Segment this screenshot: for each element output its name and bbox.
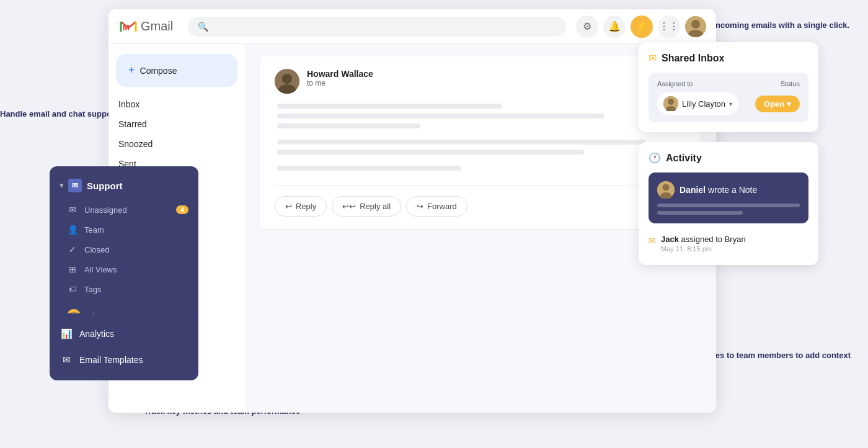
notifications-icon-btn[interactable]: 🔔	[603, 16, 626, 38]
reply-button[interactable]: ↩ Reply	[275, 196, 327, 217]
support-inbox-icon: ✉	[68, 179, 82, 192]
sender-info: Howard Wallace to me	[307, 69, 686, 87]
settings-icon: ⚙	[583, 20, 591, 32]
apps-grid-icon: ⋮⋮	[659, 20, 679, 32]
search-icon: 🔍	[198, 22, 208, 32]
support-item-team[interactable]: 👤 Team	[50, 220, 198, 240]
status-button[interactable]: Open ▾	[755, 96, 800, 112]
email-line-3	[277, 123, 420, 128]
note-text: Daniel wrote a Note	[680, 185, 757, 195]
shared-inbox-title-row: ✉ Shared Inbox	[649, 52, 808, 64]
note-bubble: Daniel wrote a Note	[649, 172, 808, 223]
support-item-tags[interactable]: 🏷 Tags	[50, 279, 198, 299]
sender-avatar	[275, 69, 299, 94]
email-line-6	[277, 166, 461, 171]
email-line-4	[277, 140, 645, 145]
activity-time: May 11, 8:15 pm	[661, 245, 746, 253]
svg-text:M: M	[123, 23, 130, 32]
note-author-avatar-img	[657, 181, 675, 199]
team-icon: 👤	[67, 225, 78, 235]
support-chevron-icon: ▾	[60, 181, 63, 190]
activity-assign-info: Jack assigned to Bryan May 11, 8:15 pm	[661, 235, 746, 253]
email-templates-icon: ✉	[60, 353, 73, 367]
support-label: Support	[87, 181, 123, 191]
note-author-avatar	[657, 181, 675, 199]
status-label-text: Open	[764, 99, 784, 109]
support-item-unassigned[interactable]: ✉ Unassigned 4	[50, 200, 198, 220]
gmail-title-text: Gmail	[141, 19, 173, 34]
svg-point-12	[663, 184, 670, 191]
activity-title: Activity	[666, 153, 702, 164]
activity-envelope-icon: ✉	[649, 236, 656, 246]
all-views-icon: ⊞	[67, 264, 78, 274]
compose-label: Compose	[140, 66, 177, 76]
shared-inbox-card: ✉ Shared Inbox Assigned to Status L	[639, 42, 818, 132]
reply-all-button[interactable]: ↩↩ Reply all	[332, 196, 401, 217]
assign-row: Assigned to Status Lilly Clayton ▾	[649, 73, 808, 122]
email-thread: Howard Wallace to me ↩	[260, 56, 701, 229]
assign-labels: Assigned to Status	[657, 80, 800, 87]
email-line-2	[277, 114, 604, 119]
header-icons: ⚙ 🔔 ⚡ ⋮⋮	[576, 16, 706, 38]
lightning-icon-btn[interactable]: ⚡	[631, 16, 653, 38]
email-actions: ↩ Reply ↩↩ Reply all ↪ Forward	[275, 186, 686, 217]
settings-icon-btn[interactable]: ⚙	[576, 16, 598, 38]
email-line-1	[277, 104, 502, 109]
svg-point-6	[282, 74, 292, 84]
activity-card: 🕐 Activity Daniel wrote a Note	[639, 142, 818, 265]
sidebar-item-snoozed[interactable]: Snoozed	[108, 134, 235, 154]
analytics-icon: 📊	[60, 327, 73, 341]
gmail-search-bar[interactable]: 🔍	[188, 17, 566, 37]
forward-icon: ↪	[417, 202, 423, 211]
bell-icon: 🔔	[608, 20, 621, 32]
unassigned-icon: ✉	[67, 205, 78, 215]
status-label: Status	[781, 80, 800, 87]
gmail-logo-icon: M	[118, 17, 138, 37]
analytics-item[interactable]: 📊 Analytics	[50, 321, 198, 347]
svg-point-3	[691, 20, 700, 29]
support-item-all-views[interactable]: ⊞ All Views	[50, 259, 198, 279]
note-author-row: Daniel wrote a Note	[657, 181, 800, 199]
unassigned-badge: 4	[176, 205, 188, 214]
gmail-header: M Gmail 🔍 ⚙ 🔔 ⚡ ⋮⋮	[108, 9, 716, 44]
email-line-5	[277, 150, 584, 155]
tags-icon: 🏷	[67, 284, 78, 294]
compose-button[interactable]: + Compose	[116, 54, 237, 87]
support-header[interactable]: ▾ ✉ Support	[50, 176, 198, 200]
sidebar-item-starred[interactable]: Starred	[108, 114, 235, 134]
status-chevron-icon: ▾	[787, 99, 791, 109]
assign-controls: Lilly Clayton ▾ Open ▾	[657, 92, 800, 115]
compose-plus-icon: +	[128, 64, 135, 77]
forward-button[interactable]: ↪ Forward	[406, 196, 467, 217]
assignee-name: Lilly Clayton	[682, 99, 725, 109]
assignee-avatar-img	[663, 96, 678, 111]
activity-icon: 🕐	[649, 152, 661, 164]
email-templates-item[interactable]: ✉ Email Templates	[50, 347, 198, 373]
gmail-window: M Gmail 🔍 ⚙ 🔔 ⚡ ⋮⋮	[108, 9, 716, 413]
email-body-placeholder	[275, 104, 686, 171]
shared-inbox-icon: ✉	[649, 52, 657, 64]
reply-icon: ↩	[285, 202, 292, 211]
note-line-2	[657, 211, 743, 215]
apps-icon-btn[interactable]: ⋮⋮	[658, 16, 680, 38]
support-sidebar: ▾ ✉ Support ✉ Unassigned 4 👤 Team ✓ Clos…	[50, 166, 198, 335]
assignee-chevron-icon: ▾	[729, 101, 732, 107]
note-line-1	[657, 204, 800, 207]
closed-icon: ✓	[67, 244, 78, 254]
user-avatar-img	[685, 16, 706, 37]
right-panel: ✉ Shared Inbox Assigned to Status L	[639, 42, 818, 265]
shared-inbox-title: Shared Inbox	[662, 53, 724, 64]
sender-name: Howard Wallace	[307, 69, 686, 79]
sidebar-item-inbox[interactable]: Inbox	[108, 94, 235, 114]
svg-point-9	[668, 99, 674, 105]
user-avatar[interactable]	[685, 16, 706, 37]
assignee-selector[interactable]: Lilly Clayton ▾	[657, 92, 738, 115]
activity-assign-text: Jack assigned to Bryan	[661, 235, 746, 244]
lightning-icon: ⚡	[636, 20, 648, 32]
gmail-body: + Compose Inbox Starred Snoozed Sent	[108, 44, 716, 413]
search-input[interactable]	[213, 22, 556, 32]
sender-to: to me	[307, 79, 686, 87]
activity-assign-item: ✉ Jack assigned to Bryan May 11, 8:15 pm	[649, 232, 808, 255]
reply-all-icon: ↩↩	[342, 202, 356, 211]
support-item-closed[interactable]: ✓ Closed	[50, 240, 198, 259]
